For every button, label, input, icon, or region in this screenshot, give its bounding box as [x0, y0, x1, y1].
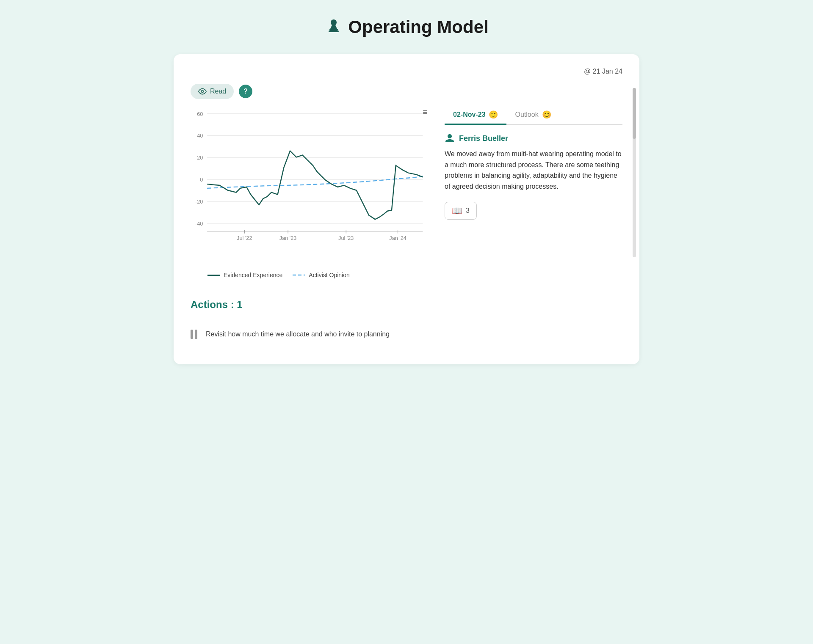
- pause-bar-right: [195, 330, 197, 339]
- comment-text: We moved away from multi-hat wearing ope…: [445, 149, 622, 192]
- legend-evidenced-label: Evidenced Experience: [224, 272, 282, 278]
- action-label: Revisit how much time we allocate and wh…: [206, 330, 390, 338]
- tab-outlook[interactable]: Outlook 😊: [506, 106, 559, 125]
- tab-nov23[interactable]: 02-Nov-23 🙂: [445, 106, 506, 125]
- main-card: @ 21 Jan 24 Read ? ≡ 60 40 2: [174, 54, 639, 364]
- svg-text:Jul '22: Jul '22: [237, 235, 252, 241]
- scrollbar-thumb[interactable]: [633, 88, 636, 139]
- legend-blue-line: [293, 274, 305, 276]
- action-item: Revisit how much time we allocate and wh…: [191, 321, 622, 347]
- svg-text:Jan '24: Jan '24: [389, 235, 406, 241]
- author-avatar-icon: [445, 133, 455, 143]
- scrollbar[interactable]: [633, 88, 636, 257]
- actions-title: Actions : 1: [191, 299, 622, 311]
- tabs-row: 02-Nov-23 🙂 Outlook 😊: [445, 106, 622, 125]
- svg-text:20: 20: [197, 154, 203, 161]
- chess-piece-icon: [324, 17, 343, 37]
- tab-outlook-label: Outlook: [515, 111, 538, 118]
- help-button[interactable]: ?: [239, 85, 252, 98]
- right-panel: 02-Nov-23 🙂 Outlook 😊 Ferris Bueller We …: [445, 106, 622, 278]
- legend-evidenced: Evidenced Experience: [207, 272, 282, 278]
- author-name: Ferris Bueller: [459, 134, 508, 143]
- comment-author: Ferris Bueller: [445, 133, 622, 143]
- pause-icon: [191, 330, 197, 339]
- svg-text:40: 40: [197, 132, 203, 139]
- chart-container: 60 40 20 0 -20 -40: [191, 106, 431, 267]
- svg-rect-1: [329, 30, 339, 32]
- reads-badge[interactable]: 📖 3: [445, 202, 477, 220]
- svg-text:Jan '23: Jan '23: [279, 235, 297, 241]
- svg-text:60: 60: [197, 111, 203, 117]
- eye-icon: [198, 87, 207, 96]
- svg-text:0: 0: [200, 176, 203, 183]
- book-icon: 📖: [452, 206, 462, 216]
- chart-section: ≡ 60 40 20 0 -20 -40: [191, 106, 431, 278]
- svg-rect-0: [329, 29, 338, 30]
- legend-dark-line: [207, 275, 220, 276]
- tab-outlook-emoji: 😊: [542, 110, 551, 119]
- chart-legend: Evidenced Experience Activist Opinion: [191, 272, 431, 278]
- svg-text:Jul '23: Jul '23: [338, 235, 354, 241]
- pause-bar-left: [191, 330, 193, 339]
- date-label: @ 21 Jan 24: [191, 68, 622, 75]
- reads-count: 3: [466, 207, 470, 215]
- actions-section: Actions : 1 Revisit how much time we all…: [191, 299, 622, 347]
- tab-nov23-emoji: 🙂: [489, 110, 498, 119]
- svg-point-2: [202, 91, 204, 93]
- content-area: ≡ 60 40 20 0 -20 -40: [191, 106, 622, 278]
- read-button[interactable]: Read: [191, 84, 234, 99]
- svg-text:-40: -40: [195, 220, 203, 227]
- page-title: Operating Model: [348, 17, 488, 37]
- tab-nov23-label: 02-Nov-23: [453, 111, 485, 118]
- legend-activist: Activist Opinion: [293, 272, 349, 278]
- controls-row: Read ?: [191, 84, 622, 99]
- svg-text:-20: -20: [195, 198, 203, 205]
- legend-activist-label: Activist Opinion: [309, 272, 349, 278]
